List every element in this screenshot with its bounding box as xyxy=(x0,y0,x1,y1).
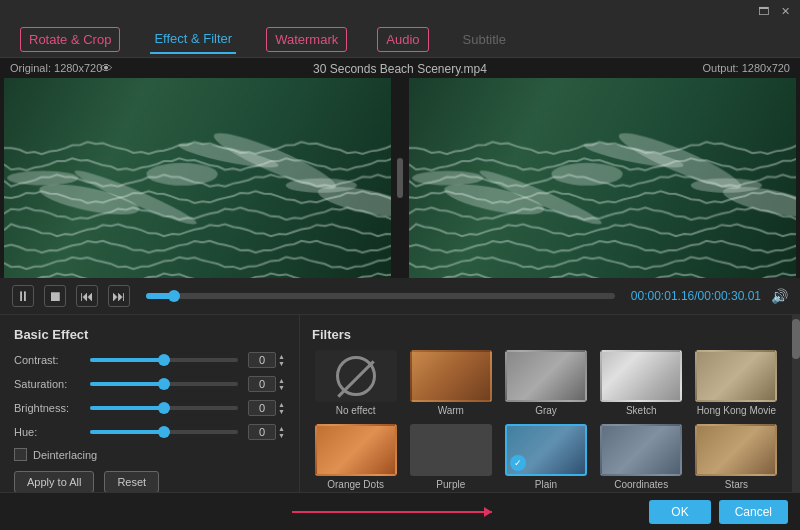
saturation-thumb[interactable] xyxy=(158,378,170,390)
tab-watermark[interactable]: Watermark xyxy=(266,27,347,52)
progress-bar[interactable] xyxy=(146,293,615,299)
saturation-value-input[interactable] xyxy=(248,376,276,392)
filter-sketch[interactable]: Sketch xyxy=(598,350,685,416)
hue-up[interactable]: ▲ xyxy=(278,425,285,432)
contrast-value-box xyxy=(248,352,276,368)
brightness-thumb[interactable] xyxy=(158,402,170,414)
brightness-spin: ▲ ▼ xyxy=(278,401,285,415)
tab-rotate-crop[interactable]: Rotate & Crop xyxy=(20,27,120,52)
brightness-value-input[interactable] xyxy=(248,400,276,416)
eye-icon[interactable]: 👁 xyxy=(100,61,113,76)
brightness-down[interactable]: ▼ xyxy=(278,408,285,415)
volume-icon[interactable]: 🔊 xyxy=(771,288,788,304)
prev-button[interactable]: ⏮ xyxy=(76,285,98,307)
divider-handle[interactable] xyxy=(397,158,403,198)
filter-label-coordinates: Coordinates xyxy=(614,479,668,490)
saturation-down[interactable]: ▼ xyxy=(278,384,285,391)
filter-thumb-gray xyxy=(505,350,587,402)
brightness-slider[interactable] xyxy=(90,406,238,410)
contrast-down[interactable]: ▼ xyxy=(278,360,285,367)
tab-effect-filter[interactable]: Effect & Filter xyxy=(150,25,236,54)
contrast-value-input[interactable] xyxy=(248,352,276,368)
time-total: 00:00:30.01 xyxy=(698,289,761,303)
next-button[interactable]: ⏭ xyxy=(108,285,130,307)
title-bar: 🗖 ✕ xyxy=(0,0,800,22)
stop-button[interactable]: ⏹ xyxy=(44,285,66,307)
hue-value-input[interactable] xyxy=(248,424,276,440)
hue-fill xyxy=(90,430,164,434)
filter-thumb-plain: ✓ xyxy=(505,424,587,476)
video-divider[interactable] xyxy=(395,78,405,278)
hue-value-box xyxy=(248,424,276,440)
hue-slider[interactable] xyxy=(90,430,238,434)
brightness-value-box xyxy=(248,400,276,416)
hue-row: Hue: ▲ ▼ xyxy=(14,424,285,440)
deinterlace-checkbox[interactable] xyxy=(14,448,27,461)
filter-gray[interactable]: Gray xyxy=(502,350,589,416)
tabs-row: Rotate & Crop Effect & Filter Watermark … xyxy=(0,22,800,58)
minimize-button[interactable]: 🗖 xyxy=(756,4,770,18)
ok-button[interactable]: OK xyxy=(649,500,710,524)
saturation-up[interactable]: ▲ xyxy=(278,377,285,384)
saturation-value-box xyxy=(248,376,276,392)
playback-bar: ⏸ ⏹ ⏮ ⏭ 00:00:01.16/00:00:30.01 🔊 xyxy=(0,278,800,314)
filter-purple[interactable]: Purple xyxy=(407,424,494,490)
filter-label-no-effect: No effect xyxy=(336,405,376,416)
filter-label-warm: Warm xyxy=(438,405,464,416)
filter-thumb-sketch xyxy=(600,350,682,402)
brightness-up[interactable]: ▲ xyxy=(278,401,285,408)
contrast-slider[interactable] xyxy=(90,358,238,362)
filter-canvas-warm xyxy=(412,352,490,400)
filter-thumb-warm xyxy=(410,350,492,402)
output-label: Output: 1280x720 xyxy=(703,62,790,74)
filter-label-plain: Plain xyxy=(535,479,557,490)
filters-title: Filters xyxy=(312,327,780,342)
filter-warm[interactable]: Warm xyxy=(407,350,494,416)
filter-coordinates[interactable]: Coordinates xyxy=(598,424,685,490)
arrow-line xyxy=(292,511,492,513)
filter-thumb-orange-dots xyxy=(315,424,397,476)
deinterlace-label: Deinterlacing xyxy=(33,449,97,461)
hue-down[interactable]: ▼ xyxy=(278,432,285,439)
contrast-label: Contrast: xyxy=(14,354,84,366)
output-video-panel xyxy=(409,78,796,278)
tab-audio[interactable]: Audio xyxy=(377,27,428,52)
hue-spin: ▲ ▼ xyxy=(278,425,285,439)
saturation-label: Saturation: xyxy=(14,378,84,390)
tab-subtitle[interactable]: Subtitle xyxy=(459,26,510,53)
no-effect-icon xyxy=(336,356,376,396)
brightness-row: Brightness: ▲ ▼ xyxy=(14,400,285,416)
time-current: 00:00:01.16 xyxy=(631,289,694,303)
filter-thumb-hk-movie xyxy=(695,350,777,402)
contrast-up[interactable]: ▲ xyxy=(278,353,285,360)
time-display: 00:00:01.16/00:00:30.01 xyxy=(631,289,761,303)
close-button[interactable]: ✕ xyxy=(778,4,792,18)
original-canvas xyxy=(4,78,391,278)
cancel-button[interactable]: Cancel xyxy=(719,500,788,524)
filter-stars[interactable]: Stars xyxy=(693,424,780,490)
contrast-thumb[interactable] xyxy=(158,354,170,366)
arrow-indicator xyxy=(12,511,641,513)
saturation-row: Saturation: ▲ ▼ xyxy=(14,376,285,392)
filter-thumb-coordinates xyxy=(600,424,682,476)
filter-label-sketch: Sketch xyxy=(626,405,657,416)
filter-plain[interactable]: ✓ Plain xyxy=(502,424,589,490)
output-canvas xyxy=(409,78,796,278)
brightness-label: Brightness: xyxy=(14,402,84,414)
filter-orange-dots[interactable]: Orange Dots xyxy=(312,424,399,490)
action-buttons: Apply to All Reset xyxy=(14,471,285,493)
reset-button[interactable]: Reset xyxy=(104,471,159,493)
hue-thumb[interactable] xyxy=(158,426,170,438)
bottom-action-bar: OK Cancel xyxy=(0,492,800,530)
filter-hk-movie[interactable]: Hong Kong Movie xyxy=(693,350,780,416)
saturation-slider[interactable] xyxy=(90,382,238,386)
filter-no-effect[interactable]: No effect xyxy=(312,350,399,416)
effect-title: Basic Effect xyxy=(14,327,285,342)
pause-button[interactable]: ⏸ xyxy=(12,285,34,307)
hue-label: Hue: xyxy=(14,426,84,438)
progress-thumb[interactable] xyxy=(168,290,180,302)
scrollbar-thumb[interactable] xyxy=(792,319,800,359)
filter-check-plain: ✓ xyxy=(510,455,526,471)
apply-to-all-button[interactable]: Apply to All xyxy=(14,471,94,493)
video-area: Original: 1280x720 👁 30 Seconds Beach Sc… xyxy=(0,58,800,278)
